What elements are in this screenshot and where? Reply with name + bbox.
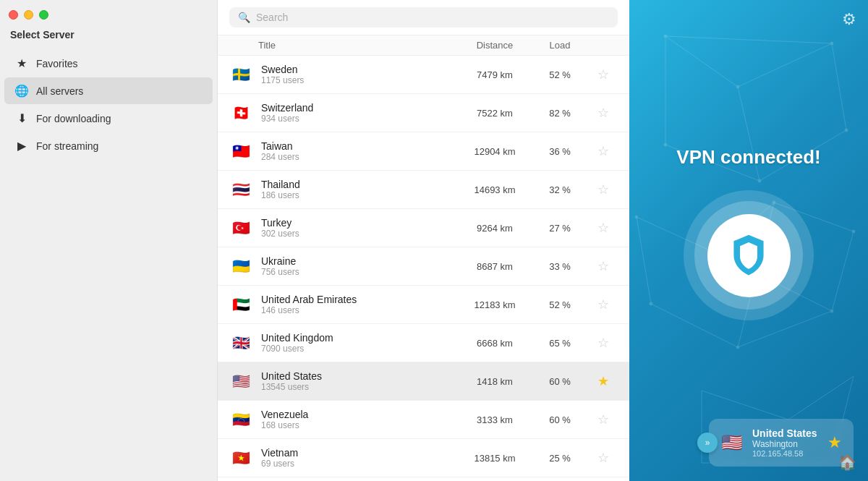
svg-line-2 [832, 43, 846, 130]
server-name: Venezuela [261, 409, 459, 420]
server-info: Venezuela 168 users [261, 409, 459, 430]
shield-circle[interactable]: 🛡 [707, 214, 791, 297]
country-flag: 🇻🇳 [229, 446, 252, 469]
table-row[interactable]: 🇹🇷 Turkey 302 users 9264 km 27 % ☆ [218, 209, 629, 247]
svg-line-7 [665, 36, 832, 43]
server-load: 36 % [531, 146, 589, 157]
sidebar-item-downloading[interactable]: ⬇ For downloading [4, 105, 213, 132]
svg-point-32 [830, 310, 833, 312]
connected-favorite-star[interactable]: ★ [827, 433, 842, 452]
server-load: 33 % [531, 261, 589, 272]
table-row[interactable]: 🇺🇸 United States 13545 users 1418 km 60 … [218, 362, 629, 401]
collapse-button[interactable]: » [697, 433, 718, 453]
connected-info: United States Washington 102.165.48.58 [752, 427, 819, 458]
table-row[interactable]: 🇻🇪 Venezuela 168 users 3133 km 60 % ☆ [218, 401, 629, 439]
table-row[interactable]: 🇹🇭 Thailand 186 users 14693 km 32 % ☆ [218, 171, 629, 209]
svg-line-18 [788, 376, 854, 420]
server-info: Taiwan 284 users [261, 140, 459, 162]
table-row[interactable]: 🇻🇳 Vietnam 69 users 13815 km 25 % ☆ [218, 439, 629, 477]
server-info: United Kingdom 7090 users [261, 332, 459, 354]
search-input-wrap[interactable]: 🔍 [229, 7, 618, 27]
favorite-star[interactable]: ☆ [589, 335, 618, 351]
svg-point-25 [845, 129, 848, 132]
sidebar-item-streaming[interactable]: ▶ For streaming [4, 132, 213, 159]
server-users: 7090 users [261, 344, 459, 354]
shield-inner-ring: 🛡 [694, 201, 803, 310]
sidebar-nav: ★ Favorites 🌐 All servers ⬇ For download… [0, 46, 217, 163]
svg-point-27 [664, 143, 667, 146]
favorite-star[interactable]: ★ [589, 373, 618, 389]
svg-point-34 [650, 302, 652, 305]
sidebar-item-favorites[interactable]: ★ Favorites [4, 50, 213, 77]
connected-ip: 102.165.48.58 [752, 449, 819, 458]
table-header: Title Distance Load [218, 35, 629, 56]
home-icon[interactable]: 🏠 [838, 454, 856, 470]
connected-server-card: » 🇺🇸 United States Washington 102.165.48… [709, 419, 854, 467]
server-load: 27 % [531, 223, 589, 234]
server-name: Vietnam [261, 447, 459, 459]
traffic-light-close[interactable] [9, 10, 18, 20]
sidebar-item-favorites-label: Favorites [36, 58, 78, 69]
favorite-star[interactable]: ☆ [589, 450, 618, 466]
titlebar [0, 0, 217, 29]
server-list-panel: 🔍 Title Distance Load 🇸🇪 Sweden 1175 use… [217, 0, 629, 481]
svg-text:🛡: 🛡 [742, 249, 756, 264]
server-name: Turkey [261, 217, 459, 229]
country-flag: 🇺🇸 [229, 370, 252, 393]
server-load: 65 % [531, 338, 589, 349]
server-name: Ukraine [261, 255, 459, 267]
favorite-star[interactable]: ☆ [589, 412, 618, 427]
favorite-star[interactable]: ☆ [589, 297, 618, 312]
server-info: Turkey 302 users [261, 217, 459, 239]
sidebar-item-streaming-label: For streaming [36, 140, 98, 152]
play-icon: ▶ [14, 139, 29, 153]
search-input[interactable] [256, 12, 609, 23]
traffic-light-minimize[interactable] [24, 10, 33, 20]
sidebar-item-all-servers[interactable]: 🌐 All servers [4, 77, 213, 104]
server-distance: 6668 km [459, 338, 531, 349]
country-flag: 🇹🇭 [229, 178, 252, 201]
table-row[interactable]: 🇨🇭 Switzerland 934 users 7522 km 82 % ☆ [218, 94, 629, 132]
globe-icon: 🌐 [14, 84, 29, 98]
table-row[interactable]: 🇬🇧 United Kingdom 7090 users 6668 km 65 … [218, 324, 629, 362]
svg-point-24 [830, 42, 833, 45]
table-row[interactable]: 🇦🇪 United Arab Emirates 146 users 12183 … [218, 286, 629, 324]
shield-outer-ring: 🛡 [684, 190, 814, 320]
connected-flag: 🇺🇸 [720, 431, 744, 454]
server-distance: 8687 km [459, 261, 531, 272]
server-info: United Arab Emirates 146 users [261, 294, 459, 315]
svg-point-28 [635, 216, 638, 218]
shield-icon: 🛡 [727, 234, 770, 277]
favorite-star[interactable]: ☆ [589, 182, 618, 197]
favorite-star[interactable]: ☆ [589, 105, 618, 121]
favorite-star[interactable]: ☆ [589, 258, 618, 274]
right-panel: ⚙ VPN connected! 🛡 » 🇺🇸 United States [629, 0, 868, 481]
table-row[interactable]: 🇹🇼 Taiwan 284 users 12904 km 36 % ☆ [218, 132, 629, 171]
star-icon: ★ [14, 56, 29, 70]
sidebar-item-all-servers-label: All servers [36, 85, 83, 97]
server-name: Sweden [261, 64, 459, 75]
sidebar: Select Server ★ Favorites 🌐 All servers … [0, 0, 217, 481]
server-users: 284 users [261, 152, 459, 162]
table-row[interactable]: 🇸🇪 Sweden 1175 users 7479 km 52 % ☆ [218, 56, 629, 94]
server-info: Vietnam 69 users [261, 447, 459, 469]
favorite-star[interactable]: ☆ [589, 143, 618, 159]
traffic-light-maximize[interactable] [39, 10, 48, 20]
connected-city: Washington [752, 439, 819, 449]
country-flag: 🇹🇷 [229, 216, 252, 239]
server-load: 52 % [531, 299, 589, 310]
settings-icon[interactable]: ⚙ [842, 10, 856, 29]
server-users: 756 users [261, 267, 459, 277]
svg-line-17 [702, 391, 788, 420]
country-flag: 🇹🇼 [229, 140, 252, 163]
server-distance: 7522 km [459, 108, 531, 119]
server-info: Thailand 186 users [261, 179, 459, 200]
table-row[interactable]: 🇺🇦 Ukraine 756 users 8687 km 33 % ☆ [218, 247, 629, 286]
server-load: 82 % [531, 108, 589, 119]
favorite-star[interactable]: ☆ [589, 67, 618, 82]
server-load: 60 % [531, 376, 589, 387]
favorite-star[interactable]: ☆ [589, 220, 618, 236]
server-users: 168 users [261, 420, 459, 430]
svg-line-11 [832, 231, 854, 311]
server-rows: 🇸🇪 Sweden 1175 users 7479 km 52 % ☆ 🇨🇭 S… [218, 56, 629, 481]
